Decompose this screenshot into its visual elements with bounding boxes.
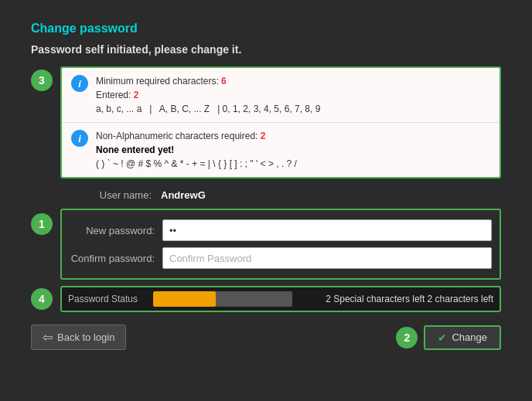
status-bar-label: Password Status bbox=[68, 294, 145, 304]
back-to-login-button[interactable]: ⇦ Back to login bbox=[31, 325, 126, 350]
new-password-label: New password: bbox=[70, 225, 162, 236]
username-section: User name: AndrewG bbox=[31, 189, 501, 201]
char-required-value: 6 bbox=[221, 76, 227, 87]
new-password-row: New password: bbox=[62, 216, 500, 244]
char-requirement-text: Minimum required characters: 6 Entered: … bbox=[96, 74, 320, 116]
new-password-input[interactable] bbox=[162, 219, 492, 241]
info-section: 3 i Minimum required characters: 6 Enter… bbox=[31, 66, 501, 178]
non-alpha-line1-prefix: Non-Alphanumeric characters required: bbox=[96, 131, 261, 141]
char-line3: a, b, c, ... a | A, B, C, ... Z | 0, 1, … bbox=[96, 104, 320, 114]
badge-1: 1 bbox=[31, 213, 53, 235]
page-subtitle: Password self initiated, please change i… bbox=[31, 43, 501, 56]
info-icon-1: i bbox=[71, 75, 88, 92]
info-icon-2: i bbox=[71, 130, 88, 147]
badge-2: 2 bbox=[396, 327, 418, 348]
change-btn-wrapper: 2 ✔ Change bbox=[396, 325, 501, 350]
username-label: User name: bbox=[60, 189, 161, 201]
username-value: AndrewG bbox=[161, 189, 206, 201]
progress-bar-fill bbox=[153, 291, 216, 307]
char-line1-prefix: Minimum required characters: bbox=[96, 76, 221, 87]
confirm-password-label: Confirm password: bbox=[70, 253, 162, 264]
char-line2-prefix: Entered: bbox=[96, 90, 134, 100]
non-alpha-box: i Non-Alphanumeric characters required: … bbox=[62, 122, 500, 177]
char-requirement-box: i Minimum required characters: 6 Entered… bbox=[62, 68, 500, 122]
username-row: User name: AndrewG bbox=[31, 189, 501, 201]
none-entered-label: None entered yet! bbox=[96, 144, 174, 155]
non-alpha-required-value: 2 bbox=[261, 131, 266, 141]
back-arrow-icon: ⇦ bbox=[43, 330, 53, 345]
confirm-password-input[interactable] bbox=[162, 247, 492, 269]
char-entered-value: 2 bbox=[134, 90, 139, 100]
confirm-password-row: Confirm password: bbox=[62, 244, 500, 272]
status-bar-text: 2 Special characters left 2 characters l… bbox=[300, 294, 493, 304]
page-title: Change password bbox=[31, 22, 501, 36]
badge-4: 4 bbox=[31, 288, 53, 310]
checkmark-icon: ✔ bbox=[438, 331, 447, 344]
input-fields-wrapper: New password: Confirm password: bbox=[60, 209, 501, 280]
info-boxes-wrapper: i Minimum required characters: 6 Entered… bbox=[60, 66, 501, 178]
non-alpha-text: Non-Alphanumeric characters required: 2 … bbox=[96, 129, 297, 171]
bottom-bar: ⇦ Back to login 2 ✔ Change bbox=[31, 325, 501, 350]
progress-bar-bg bbox=[153, 291, 292, 307]
badge-3: 3 bbox=[31, 70, 53, 91]
change-label: Change bbox=[452, 331, 487, 343]
password-input-section: 1 New password: Confirm password: bbox=[31, 209, 501, 280]
back-label: Back to login bbox=[57, 331, 114, 343]
special-chars-list: ( ) ` ~ ! @ # $ % ^ & * - + = | \ { } [ … bbox=[96, 158, 297, 169]
status-section: 4 Password Status 2 Special characters l… bbox=[31, 286, 501, 312]
change-button[interactable]: ✔ Change bbox=[424, 325, 501, 350]
status-bar-wrapper: Password Status 2 Special characters lef… bbox=[60, 286, 501, 312]
